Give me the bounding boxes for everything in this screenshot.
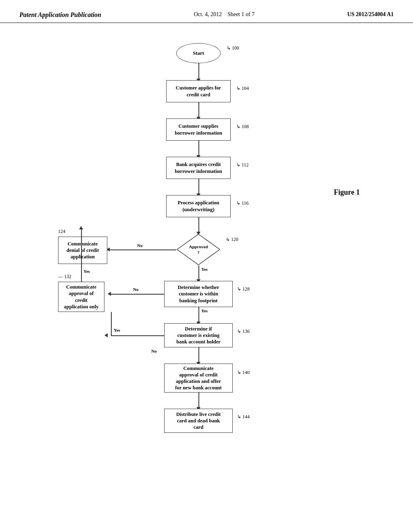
arrowhead-128-no xyxy=(108,292,111,296)
step-num-144: ↳ 144 xyxy=(237,414,250,420)
label-yes-128: Yes xyxy=(201,308,208,313)
start-node: Start xyxy=(176,43,221,63)
arrow-128-yes-v xyxy=(198,307,199,323)
step-num-112: ↳ 112 xyxy=(236,162,249,168)
node-120: Approved ? xyxy=(176,233,221,266)
arrow-128-no-h xyxy=(111,294,164,295)
node-108: Customer supplies borrower information xyxy=(166,118,231,141)
label-yes-136: Yes xyxy=(114,328,120,332)
node-132: Communicate approval of credit applicati… xyxy=(58,282,104,312)
node-124: Communicate denial of credit application xyxy=(58,237,107,264)
patent-number: US 2012/254004 A1 xyxy=(347,11,394,18)
node-128: Determine whether customer is within ban… xyxy=(164,281,233,307)
step-num-132: — 132 xyxy=(58,274,71,280)
arrow-132-yes-v xyxy=(81,229,82,282)
arrow-116-120 xyxy=(198,217,199,233)
node-104: Customer applies for credit card xyxy=(166,80,231,102)
page-header: Patent Application Publication Oct. 4, 2… xyxy=(0,0,413,23)
date-sheet: Oct. 4, 2012 Sheet 1 of 7 xyxy=(194,11,254,18)
node-116: Process application (underwriting) xyxy=(166,195,231,217)
step-num-120: ↳ 120 xyxy=(226,237,238,243)
arrowhead-132-yes xyxy=(79,226,83,229)
label-no-128: No xyxy=(133,287,138,292)
label-no-120: No xyxy=(137,243,142,248)
arrow-140-144 xyxy=(198,393,199,409)
step-num-100: ↳ 100 xyxy=(227,45,239,51)
publication-title: Patent Application Publication xyxy=(19,11,101,19)
step-num-136: ↳ 136 xyxy=(237,328,250,335)
arrow-start-104 xyxy=(198,63,199,80)
arrow-136-no-v xyxy=(198,347,199,364)
step-num-124: 124 xyxy=(58,229,65,235)
arrow-120-yes-v xyxy=(198,266,199,281)
node-112: Bank acquires credit borrower informatio… xyxy=(166,157,231,179)
arrowhead-136-yes xyxy=(104,333,108,337)
figure-label: Figure 1 xyxy=(334,188,360,197)
node-136: Determine if customer is existing bank a… xyxy=(164,323,233,347)
label-yes-132: Yes xyxy=(83,269,90,274)
flowchart: Figure 1 Start ↳ 100 Customer applies fo… xyxy=(45,31,368,507)
step-num-116: ↳ 116 xyxy=(236,200,249,206)
step-num-140: ↳ 140 xyxy=(237,370,250,376)
arrow-136-yes-h xyxy=(111,335,164,336)
step-num-104: ↳ 104 xyxy=(236,85,249,91)
step-num-128: ↳ 128 xyxy=(237,286,250,292)
arrow-120-no-h xyxy=(110,249,176,250)
label-yes-120: Yes xyxy=(201,267,208,272)
arrow-104-108 xyxy=(198,102,199,118)
main-content: Figure 1 Start ↳ 100 Customer applies fo… xyxy=(0,23,413,515)
arrow-112-116 xyxy=(198,179,199,195)
step-num-108: ↳ 108 xyxy=(236,124,249,130)
label-no-136: No xyxy=(151,349,156,353)
arrow-108-112 xyxy=(198,141,199,157)
node-144: Distribute live credit card and dead ban… xyxy=(164,409,233,433)
arrow-136-yes-v xyxy=(111,312,112,336)
node-140: Communicate approval of credit applicati… xyxy=(164,364,233,393)
